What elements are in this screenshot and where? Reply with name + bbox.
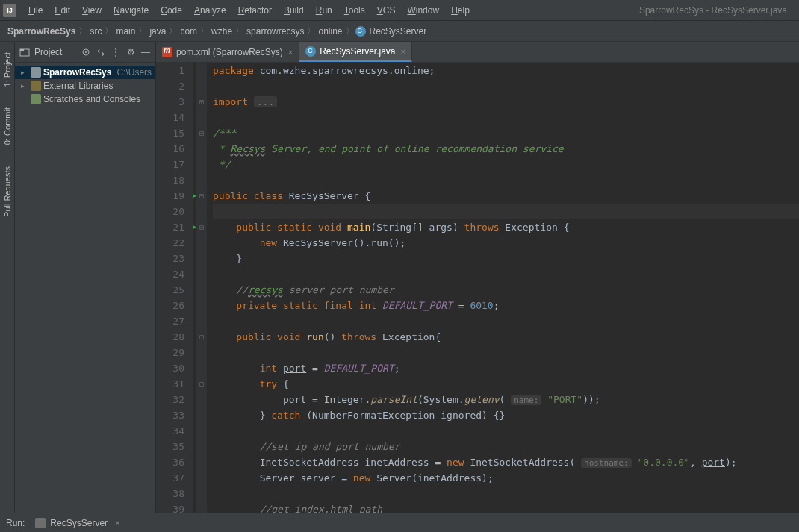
breadcrumb[interactable]: sparrowrecsys <box>245 26 305 37</box>
code-line[interactable]: //recsys server port number <box>213 282 799 298</box>
code-line[interactable]: } <box>213 251 799 266</box>
code-line[interactable]: public void run() throws Exception{ <box>213 329 799 345</box>
breadcrumb[interactable]: RecSysServer <box>368 26 429 37</box>
code-line[interactable] <box>213 266 799 282</box>
line-number[interactable]: 3 <box>156 94 184 110</box>
fold-marker[interactable]: ⊟ <box>196 188 207 204</box>
code-line[interactable] <box>213 486 799 501</box>
line-number[interactable]: 30 <box>156 360 184 376</box>
menu-edit[interactable]: Edit <box>49 3 76 18</box>
code-line[interactable]: package com.wzhe.sparrowrecsys.online; <box>213 63 799 78</box>
hide-icon[interactable]: — <box>140 47 151 57</box>
code-line[interactable] <box>213 78 799 94</box>
menu-build[interactable]: Build <box>278 3 310 18</box>
toolwindow-tab-project[interactable]: 1: Project <box>1 48 13 91</box>
code-line[interactable] <box>213 423 799 439</box>
menu-file[interactable]: File <box>22 3 49 18</box>
code-line[interactable]: Server server = new Server(inetAddress); <box>213 470 799 486</box>
menu-analyze[interactable]: Analyze <box>188 3 232 18</box>
run-config-name[interactable]: RecSysServer <box>50 518 108 528</box>
line-number[interactable]: 2 <box>156 78 184 94</box>
code-line[interactable]: import ... <box>213 94 799 110</box>
line-number[interactable]: 31 <box>156 376 184 392</box>
line-number[interactable]: 14 <box>156 110 184 125</box>
close-icon[interactable]: × <box>288 48 293 57</box>
close-icon[interactable]: × <box>115 518 120 528</box>
line-number[interactable]: 34 <box>156 423 184 439</box>
code-line[interactable]: public static void main(String[] args) t… <box>213 219 799 235</box>
code-line[interactable]: InetSocketAddress inetAddress = new Inet… <box>213 454 799 470</box>
menu-navigate[interactable]: Navigate <box>108 3 155 18</box>
editor-tab[interactable]: pom.xml (SparrowRecSys)× <box>156 42 299 62</box>
editor-tab[interactable]: RecSysServer.java× <box>299 42 412 62</box>
menu-vcs[interactable]: VCS <box>371 3 402 18</box>
tree-item[interactable]: Scratches and Consoles <box>15 93 155 106</box>
project-tree[interactable]: ▸SparrowRecSysC:\Users▸External Librarie… <box>15 63 155 109</box>
code-line[interactable] <box>213 313 799 329</box>
line-number[interactable]: 26 <box>156 298 184 313</box>
line-number[interactable]: 32 <box>156 392 184 407</box>
line-number[interactable]: 28 <box>156 329 184 345</box>
code-line[interactable] <box>213 110 799 125</box>
line-number[interactable]: 33 <box>156 407 184 423</box>
breadcrumb[interactable]: SparrowRecSys <box>6 26 77 37</box>
line-number[interactable]: 36 <box>156 454 184 470</box>
breadcrumb[interactable]: wzhe <box>210 26 234 37</box>
code-line[interactable] <box>213 345 799 360</box>
fold-marker[interactable]: ⊟ <box>196 125 207 141</box>
fold-marker[interactable]: ⊟ <box>196 329 207 345</box>
breadcrumb[interactable]: online <box>317 26 343 37</box>
code-line[interactable]: private static final int DEFAULT_PORT = … <box>213 298 799 313</box>
gear-icon[interactable]: ⚙ <box>125 47 136 57</box>
fold-marker[interactable]: ⊞ <box>196 94 207 110</box>
line-number[interactable]: 1 <box>156 63 184 78</box>
line-number[interactable]: 22 <box>156 235 184 251</box>
code-area[interactable]: package com.wzhe.sparrowrecsys.online;im… <box>207 63 799 513</box>
toolwindow-tab-commit[interactable]: 0: Commit <box>1 103 13 149</box>
code-line[interactable]: int port = DEFAULT_PORT; <box>213 360 799 376</box>
line-number[interactable]: 23 <box>156 251 184 266</box>
menu-code[interactable]: Code <box>155 3 188 18</box>
expand-icon[interactable]: ⇆ <box>96 47 106 57</box>
code-line[interactable]: public class RecSysServer { <box>213 188 799 204</box>
code-line[interactable] <box>213 172 799 188</box>
line-number[interactable]: 38 <box>156 486 184 501</box>
code-line[interactable]: * Recsys Server, end point of online rec… <box>213 141 799 157</box>
line-number[interactable]: 24 <box>156 266 184 282</box>
menu-run[interactable]: Run <box>310 3 338 18</box>
collapse-icon[interactable]: ⋮ <box>111 47 121 57</box>
line-number[interactable]: 20 <box>156 204 184 219</box>
line-number[interactable]: 37 <box>156 470 184 486</box>
fold-column[interactable]: ⊞⊟⊟⊟⊟⊟ <box>196 63 207 513</box>
breadcrumb[interactable]: src <box>88 26 103 37</box>
line-number[interactable]: 18 <box>156 172 184 188</box>
code-line[interactable] <box>213 204 799 219</box>
fold-marker[interactable]: ⊟ <box>196 376 207 392</box>
line-number[interactable]: 21 <box>156 219 184 235</box>
line-number[interactable]: 29 <box>156 345 184 360</box>
close-icon[interactable]: × <box>401 47 405 56</box>
toolwindow-tab-pullrequests[interactable]: Pull Requests <box>1 162 13 222</box>
editor[interactable]: 1231415161718192021222324252627282930313… <box>156 63 799 513</box>
fold-marker[interactable]: ⊟ <box>196 219 207 235</box>
menu-view[interactable]: View <box>76 3 108 18</box>
tree-item[interactable]: ▸SparrowRecSysC:\Users <box>15 66 155 79</box>
line-gutter[interactable]: 1231415161718192021222324252627282930313… <box>156 63 192 513</box>
breadcrumb[interactable]: com <box>178 26 199 37</box>
menu-window[interactable]: Window <box>401 3 445 18</box>
line-number[interactable]: 19 <box>156 188 184 204</box>
line-number[interactable]: 17 <box>156 157 184 172</box>
line-number[interactable]: 35 <box>156 439 184 454</box>
tree-item[interactable]: ▸External Libraries <box>15 79 155 93</box>
line-number[interactable]: 15 <box>156 125 184 141</box>
code-line[interactable]: } catch (NumberFormatException ignored) … <box>213 407 799 423</box>
code-line[interactable]: //get index.html path <box>213 501 799 513</box>
code-line[interactable]: */ <box>213 157 799 172</box>
menu-tools[interactable]: Tools <box>338 3 371 18</box>
line-number[interactable]: 25 <box>156 282 184 298</box>
line-number[interactable]: 39 <box>156 501 184 513</box>
locate-icon[interactable] <box>81 47 91 57</box>
menu-refactor[interactable]: Refactor <box>232 3 278 18</box>
code-line[interactable]: new RecSysServer().run(); <box>213 235 799 251</box>
code-line[interactable]: //set ip and port number <box>213 439 799 454</box>
